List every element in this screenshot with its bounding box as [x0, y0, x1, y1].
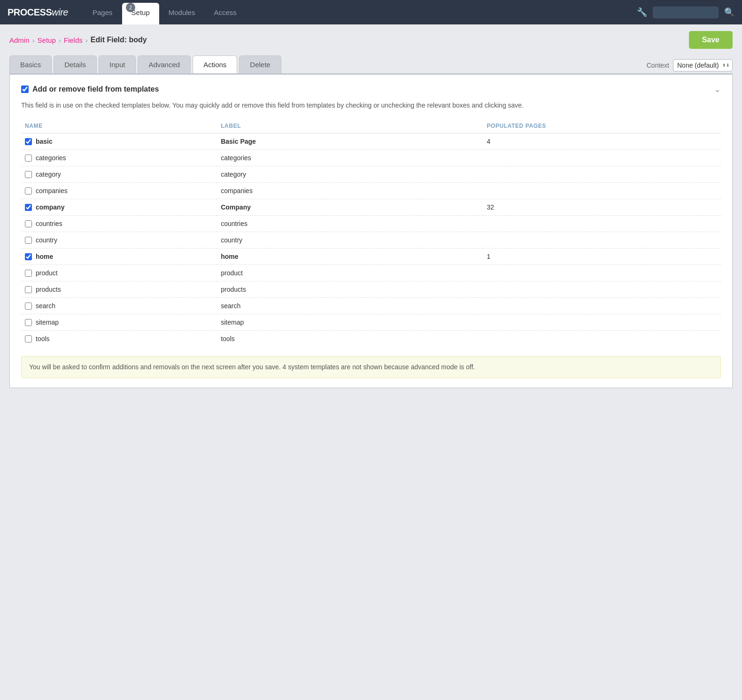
section-header: Add or remove field from templates ⌄ [21, 84, 721, 94]
cell-populated [483, 183, 721, 199]
tabs-left: Basics Details Input Advanced Actions De… [9, 55, 282, 73]
cell-label: Basic Page [217, 133, 483, 150]
table-row: searchsearch [21, 298, 721, 314]
row-name-text: category [36, 171, 61, 178]
logo-text: PROCESS [8, 7, 52, 17]
main-content: Add or remove field from templates ⌄ Thi… [9, 73, 733, 388]
save-button[interactable]: Save [689, 31, 733, 49]
row-checkbox-tools[interactable] [25, 335, 32, 342]
cell-populated [483, 232, 721, 249]
row-name-text: products [36, 286, 61, 293]
breadcrumb-fields[interactable]: Fields [64, 36, 83, 44]
search-input[interactable] [653, 7, 719, 18]
add-remove-checkbox[interactable] [21, 86, 29, 93]
cell-populated [483, 331, 721, 347]
cell-populated [483, 166, 721, 183]
cell-label: companies [217, 183, 483, 199]
cell-name: tools [21, 331, 217, 347]
row-checkbox-company[interactable] [25, 204, 32, 211]
nav-link-access[interactable]: Access [204, 0, 246, 24]
row-name-text: company [36, 203, 64, 211]
row-checkbox-countries[interactable] [25, 220, 32, 227]
row-checkbox-home[interactable] [25, 253, 32, 260]
row-checkbox-companies[interactable] [25, 187, 32, 194]
cell-populated: 1 [483, 249, 721, 265]
tab-details[interactable]: Details [54, 55, 97, 73]
row-name-text: categories [36, 154, 66, 162]
table-row: categorycategory [21, 166, 721, 183]
row-checkbox-product[interactable] [25, 270, 32, 277]
tabs-bar: Basics Details Input Advanced Actions De… [0, 55, 742, 73]
cell-name: company [21, 199, 217, 216]
table-header: NAME LABEL POPULATED PAGES [21, 120, 721, 133]
tab-actions[interactable]: Actions [193, 55, 237, 73]
page-title: Edit Field: body [91, 36, 147, 44]
chevron-down-icon[interactable]: ⌄ [714, 84, 721, 94]
row-name-text: companies [36, 187, 68, 194]
cell-name: sitemap [21, 314, 217, 331]
table-row: countrycountry [21, 232, 721, 249]
section-description: This field is in use on the checked temp… [21, 100, 721, 110]
row-checkbox-category[interactable] [25, 171, 32, 178]
logo: PROCESSwire [8, 7, 68, 18]
cell-label: tools [217, 331, 483, 347]
breadcrumb-sep-1: › [32, 36, 35, 44]
breadcrumb-setup[interactable]: Setup [38, 36, 56, 44]
context-select[interactable]: None (default) [673, 59, 733, 71]
cell-label: product [217, 265, 483, 281]
col-name: NAME [21, 120, 217, 133]
cell-populated [483, 216, 721, 232]
cell-label: products [217, 281, 483, 298]
row-name-text: sitemap [36, 319, 59, 326]
templates-table: NAME LABEL POPULATED PAGES basicBasic Pa… [21, 120, 721, 347]
nav-link-modules[interactable]: Modules [159, 0, 205, 24]
cell-name: search [21, 298, 217, 314]
cell-label: sitemap [217, 314, 483, 331]
cell-name: product [21, 265, 217, 281]
cell-label: country [217, 232, 483, 249]
tab-input[interactable]: Input [99, 55, 136, 73]
row-checkbox-products[interactable] [25, 286, 32, 293]
cell-populated [483, 150, 721, 166]
row-checkbox-country[interactable] [25, 237, 32, 244]
cell-label: search [217, 298, 483, 314]
row-checkbox-sitemap[interactable] [25, 319, 32, 326]
cell-label: categories [217, 150, 483, 166]
tab-basics[interactable]: Basics [9, 55, 52, 73]
cell-populated [483, 281, 721, 298]
cell-name: products [21, 281, 217, 298]
nav-link-pages[interactable]: Pages [83, 0, 122, 24]
section-title-text: Add or remove field from templates [32, 85, 159, 93]
row-checkbox-categories[interactable] [25, 155, 32, 162]
table-row: productsproducts [21, 281, 721, 298]
context-select-wrap: None (default) [673, 59, 733, 71]
cell-name: countries [21, 216, 217, 232]
row-name-text: home [36, 253, 53, 260]
tab-delete[interactable]: Delete [239, 55, 281, 73]
nav-links: Pages Setup Modules Access [83, 0, 637, 24]
footer-note: You will be asked to confirm additions a… [21, 356, 721, 378]
row-checkbox-search[interactable] [25, 303, 32, 310]
breadcrumb: Admin › Setup › Fields › Edit Field: bod… [9, 36, 147, 44]
breadcrumb-bar: Admin › Setup › Fields › Edit Field: bod… [0, 24, 742, 55]
tab-advanced[interactable]: Advanced [138, 55, 191, 73]
cell-name: country [21, 232, 217, 249]
cell-label: Company [217, 199, 483, 216]
top-nav: PROCESSwire 2 Pages Setup Modules Access… [0, 0, 742, 24]
section-title: Add or remove field from templates [21, 85, 159, 93]
cell-label: category [217, 166, 483, 183]
context-label: Context [647, 62, 669, 69]
nav-badge: 2 [126, 3, 135, 12]
cell-populated [483, 298, 721, 314]
wrench-icon[interactable]: 🔧 [637, 7, 647, 17]
logo-italic: wire [52, 7, 68, 17]
row-checkbox-basic[interactable] [25, 138, 32, 145]
search-icon[interactable]: 🔍 [724, 7, 734, 17]
cell-name: companies [21, 183, 217, 199]
breadcrumb-sep-3: › [85, 36, 88, 44]
row-name-text: product [36, 269, 58, 277]
cell-name: categories [21, 150, 217, 166]
breadcrumb-admin[interactable]: Admin [9, 36, 30, 44]
breadcrumb-sep-2: › [59, 36, 61, 44]
cell-populated: 32 [483, 199, 721, 216]
